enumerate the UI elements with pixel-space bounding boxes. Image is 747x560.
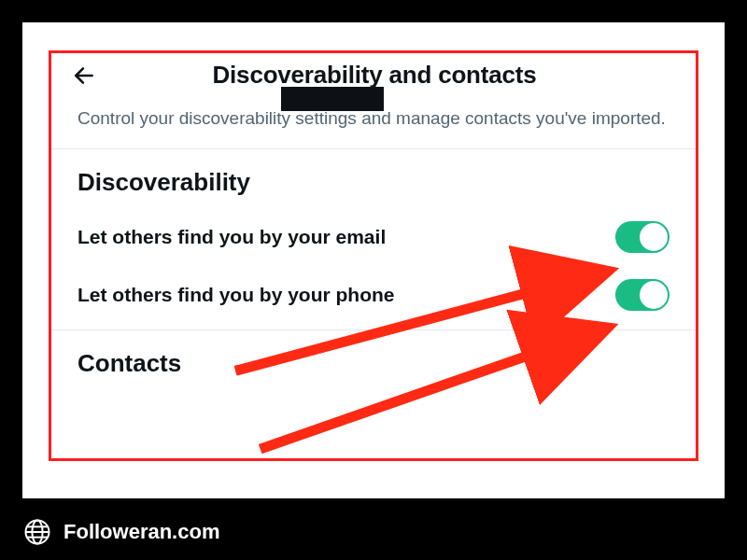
toggle-knob (640, 223, 668, 251)
outer-white-frame: Discoverability and contacts Control you… (22, 22, 725, 498)
toggle-email[interactable] (615, 221, 669, 253)
footer-site-text: Followeran.com (63, 520, 219, 544)
setting-label-email: Let others find you by your email (78, 226, 386, 248)
setting-row-phone[interactable]: Let others find you by your phone (51, 266, 696, 324)
globe-icon (22, 517, 52, 547)
redacted-username (281, 87, 384, 111)
back-arrow-icon[interactable] (72, 63, 96, 88)
highlight-frame: Discoverability and contacts Control you… (49, 50, 698, 461)
setting-row-email[interactable]: Let others find you by your email (51, 208, 696, 266)
page-title: Discoverability and contacts (96, 61, 675, 90)
setting-label-phone: Let others find you by your phone (78, 284, 395, 306)
toggle-phone[interactable] (615, 279, 669, 311)
section-heading-discoverability: Discoverability (51, 149, 696, 208)
footer-watermark: Followeran.com (22, 517, 219, 547)
section-heading-contacts: Contacts (51, 330, 696, 389)
toggle-knob (640, 281, 668, 309)
